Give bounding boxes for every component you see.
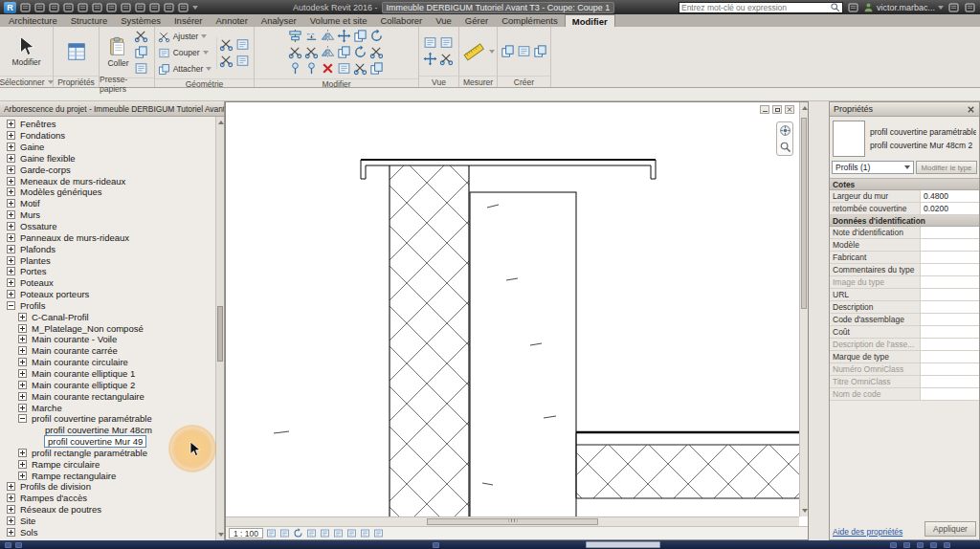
tree-item[interactable]: Main courante elliptique 1 (0, 368, 224, 380)
property-section-header[interactable]: Cotes (830, 179, 979, 190)
tree-item-label[interactable]: Motif (19, 198, 41, 209)
expander-plus-icon[interactable] (7, 199, 15, 208)
tree-item-label[interactable]: Poteaux porteurs (19, 289, 90, 299)
tab-syst-mes[interactable]: Systèmes (114, 14, 167, 27)
expander-plus-icon[interactable] (18, 472, 27, 480)
shadows-icon[interactable] (306, 528, 317, 538)
tree-item[interactable]: Rampes d'accès (0, 493, 224, 504)
tree-item-label[interactable]: M_Platelage_Non composé (31, 323, 145, 334)
visual-style-icon[interactable] (279, 528, 290, 538)
search-input[interactable] (681, 3, 830, 12)
vertical-scrollbar[interactable] (799, 102, 808, 516)
communication-center-icon[interactable] (947, 2, 960, 13)
property-value[interactable] (921, 276, 979, 288)
expander-plus-icon[interactable] (18, 313, 27, 321)
offset-copy-icon[interactable] (369, 61, 384, 76)
property-value[interactable] (921, 351, 979, 362)
scale-control[interactable]: 1 : 100 (229, 528, 263, 538)
tree-item-label[interactable]: Profils de division (19, 481, 92, 492)
tree-item[interactable]: Main courante carrée (0, 345, 224, 357)
tree-item-label[interactable]: profil couvertine paramétrable (31, 413, 153, 424)
measure-icon[interactable] (105, 2, 118, 13)
sync-with-central-icon[interactable] (48, 2, 60, 13)
property-section-header[interactable]: Données d'identification (830, 215, 979, 227)
expander-plus-icon[interactable] (7, 165, 15, 174)
show-hidden-lines-icon[interactable] (439, 35, 454, 50)
tree-item[interactable]: Main courante circulaire (0, 357, 224, 368)
restore-icon[interactable] (772, 105, 782, 114)
browser-scrollbar-thumb[interactable] (217, 306, 223, 362)
pin-icon[interactable] (304, 61, 319, 76)
tree-item[interactable]: Marche (0, 402, 224, 413)
panel-select-label[interactable]: Sélectionner (0, 76, 53, 87)
thin-lines-icon[interactable] (423, 35, 437, 50)
taskbar-icon[interactable] (15, 542, 22, 548)
property-value[interactable] (921, 301, 979, 313)
tree-item-label[interactable]: Main courante elliptique 1 (31, 368, 136, 379)
tree-item-label[interactable]: Garde-corps (19, 165, 72, 175)
tree-item-label[interactable]: profil couvertine Mur 48cm (44, 425, 153, 435)
tree-item[interactable]: Plafonds (0, 243, 224, 254)
property-value[interactable] (921, 388, 979, 400)
expander-plus-icon[interactable] (7, 143, 15, 151)
tree-item-label[interactable]: Rampe circulaire (31, 459, 100, 470)
tree-item[interactable]: Plantes (0, 254, 224, 266)
tree-item-label[interactable]: Main courante elliptique 2 (31, 380, 136, 390)
join-geometry-icon[interactable] (337, 61, 351, 76)
array-icon[interactable] (337, 45, 351, 59)
tree-item[interactable]: C-Canal-Profil (0, 311, 224, 322)
measure-caret-icon[interactable] (489, 50, 495, 54)
property-value[interactable] (921, 252, 979, 263)
print-icon[interactable] (91, 2, 103, 13)
expander-plus-icon[interactable] (7, 131, 15, 140)
tree-item[interactable]: Rampe circulaire (0, 458, 224, 470)
tree-item-label[interactable]: Modèles génériques (19, 187, 103, 197)
rotate-icon[interactable] (369, 29, 384, 43)
cut-geometry-button[interactable]: Couper (158, 45, 212, 60)
split-element-icon[interactable] (304, 45, 319, 59)
unpin-icon[interactable] (288, 61, 302, 76)
tree-item-label[interactable]: Rampe rectangulaire (31, 471, 117, 481)
property-value[interactable] (921, 376, 979, 387)
tree-item[interactable]: Rampe rectangulaire (0, 470, 224, 481)
cope-button[interactable]: Ajuster (158, 29, 212, 44)
tab-volume-et-site[interactable]: Volume et site (303, 14, 374, 27)
expander-plus-icon[interactable] (18, 392, 27, 401)
crop-view-icon[interactable] (333, 528, 344, 538)
tree-item-label[interactable]: Rampes d'accès (19, 493, 88, 503)
tree-item-label[interactable]: Réseaux de poutres (19, 504, 102, 515)
tree-item[interactable]: Site (0, 516, 224, 527)
tree-item-label[interactable]: Fondations (19, 130, 66, 141)
mirror-draw-axis-icon[interactable] (321, 45, 335, 59)
copy-icon[interactable] (353, 29, 368, 43)
user-menu[interactable]: victor.marbac... (863, 2, 944, 12)
tree-item-label[interactable]: Main courante rectangulaire (31, 391, 145, 402)
modify-tool-button[interactable]: Modifier (10, 34, 42, 68)
offset-icon[interactable] (304, 29, 319, 43)
tree-item[interactable]: Modèles génériques (0, 187, 224, 198)
expander-plus-icon[interactable] (7, 222, 15, 231)
tab-modifier[interactable]: Modifier (565, 14, 615, 27)
properties-button[interactable] (64, 40, 89, 63)
save-icon[interactable] (33, 2, 46, 13)
expander-plus-icon[interactable] (18, 449, 27, 457)
create-similar-icon[interactable] (517, 44, 531, 58)
tree-item[interactable]: Motif (0, 198, 224, 209)
tab-architecture[interactable]: Architecture (2, 14, 64, 27)
tree-item-label[interactable]: Gaine flexible (19, 153, 77, 164)
delete-icon[interactable] (321, 61, 335, 76)
scale-icon[interactable] (353, 45, 368, 59)
section-view-drawing[interactable] (226, 102, 799, 516)
expander-plus-icon[interactable] (18, 346, 27, 355)
expander-plus-icon[interactable] (18, 358, 27, 366)
measure-button[interactable] (461, 40, 486, 63)
expander-plus-icon[interactable] (7, 528, 15, 537)
properties-help-link[interactable]: Aide des propriétés (833, 527, 902, 537)
redo-icon[interactable] (77, 2, 89, 13)
property-value[interactable]: 0.0200 (921, 203, 979, 214)
minimize-icon[interactable] (760, 105, 769, 114)
tree-item[interactable]: Murs (0, 209, 224, 221)
tree-item-label[interactable]: Portes (19, 266, 47, 276)
close-icon[interactable] (967, 105, 975, 114)
expander-plus-icon[interactable] (18, 369, 27, 378)
